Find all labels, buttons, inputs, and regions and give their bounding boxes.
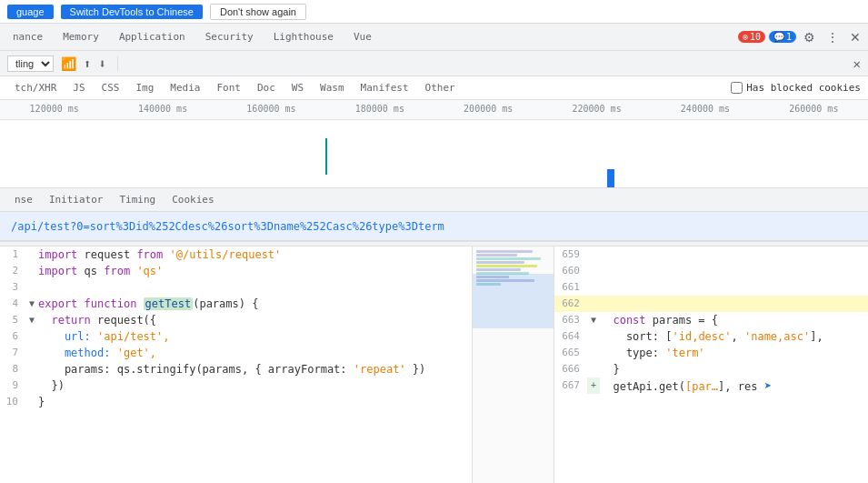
line-toggle-4[interactable]: ▼	[25, 296, 38, 312]
line-num-1: 1	[0, 247, 25, 263]
tab-performance[interactable]: nance	[4, 27, 52, 46]
subtabs: nse Initiator Timing Cookies	[0, 188, 868, 212]
subtab-timing[interactable]: Timing	[112, 192, 163, 207]
right-line-662: 662	[554, 296, 868, 312]
filter-manifest[interactable]: Manifest	[354, 80, 416, 96]
timeline-area	[0, 120, 868, 188]
message-badge: 💬 1	[769, 31, 796, 43]
right-toggle-663[interactable]: ▼	[587, 312, 600, 328]
tab-lighthouse[interactable]: Lighthouse	[264, 27, 343, 46]
filter-fetch-xhr[interactable]: tch/XHR	[7, 80, 64, 96]
line-num-6: 6	[0, 328, 25, 345]
wifi-icon: 📶	[61, 56, 76, 71]
toolbar-separator	[117, 56, 118, 71]
network-toolbar: tling 📶 ⬆ ⬇ ✕	[0, 51, 868, 76]
ruler-140000: 140000 ms	[108, 100, 216, 119]
filter-font[interactable]: Font	[209, 80, 248, 96]
message-count: 1	[786, 32, 792, 42]
code-line-4: 4 ▼ export function getTest(params) {	[0, 296, 472, 312]
right-content-667: getApi.get([par…], res ➤	[600, 377, 772, 395]
code-minimap	[473, 247, 554, 483]
error-icon: ⊗	[743, 32, 748, 42]
ruler-240000: 240000 ms	[651, 100, 759, 119]
line-content-10: }	[38, 394, 45, 410]
filter-media[interactable]: Media	[163, 80, 207, 96]
filter-other[interactable]: Other	[418, 80, 463, 96]
close-devtools-button[interactable]: ✕	[846, 28, 864, 46]
blocked-cookies-checkbox[interactable]	[731, 82, 743, 94]
right-content-664: sort: ['id,desc', 'name,asc'],	[600, 328, 823, 345]
code-line-10: 10 }	[0, 394, 472, 410]
line-num-8: 8	[0, 361, 25, 377]
error-badge: ⊗ 10	[738, 31, 765, 43]
devtools-tabs: nance Memory Application Security Lighth…	[0, 24, 868, 51]
right-linenum-664: 664	[554, 328, 587, 345]
timeline-bar-blue	[607, 169, 614, 187]
right-line-660: 660	[554, 263, 868, 279]
line-num-5: 5	[0, 312, 25, 328]
line-num-9: 9	[0, 377, 25, 394]
code-line-8: 8 params: qs.stringify(params, { arrayFo…	[0, 361, 472, 377]
switch-devtools-button[interactable]: Switch DevTools to Chinese	[61, 5, 203, 19]
line-num-2: 2	[0, 263, 25, 279]
subtab-initiator[interactable]: Initiator	[42, 192, 111, 207]
code-line-7: 7 method: 'get',	[0, 345, 472, 361]
code-editor: 1 import request from '@/utils/request' …	[0, 247, 868, 483]
right-code-lines: 659 660 661 662	[554, 247, 868, 395]
code-line-6: 6 url: 'api/test',	[0, 328, 472, 345]
lang-button[interactable]: guage	[7, 5, 54, 19]
url-text: /api/test?0=sort%3Did%252Cdesc%26sort%3D…	[11, 220, 444, 233]
right-content-666: }	[600, 361, 620, 377]
tab-security[interactable]: Security	[196, 27, 263, 46]
settings-button[interactable]: ⚙	[800, 28, 819, 46]
subtab-cookies[interactable]: Cookies	[165, 192, 221, 207]
tab-vue[interactable]: Vue	[344, 27, 381, 46]
code-line-9: 9 })	[0, 377, 472, 394]
line-content-2: import qs from 'qs'	[38, 263, 163, 279]
code-right-panel: 659 660 661 662	[554, 247, 868, 483]
filter-js[interactable]: JS	[65, 80, 92, 96]
panel-close-icon[interactable]: ✕	[853, 56, 861, 71]
filter-css[interactable]: CSS	[95, 80, 127, 96]
right-linenum-662: 662	[554, 296, 587, 312]
throttle-select[interactable]: tling	[7, 55, 54, 72]
right-linenum-666: 666	[554, 361, 587, 377]
line-content-8: params: qs.stringify(params, { arrayForm…	[38, 361, 425, 377]
right-toggle-667: +	[587, 377, 600, 394]
right-content-665: type: 'term'	[600, 345, 705, 361]
code-line-1: 1 import request from '@/utils/request'	[0, 247, 472, 263]
line-num-3: 3	[0, 279, 25, 296]
filter-ws[interactable]: WS	[284, 80, 311, 96]
ruler-120000: 120000 ms	[0, 100, 108, 119]
right-line-661: 661	[554, 279, 868, 296]
line-num-10: 10	[0, 394, 25, 410]
toolbar-right: ✕	[853, 56, 861, 71]
right-linenum-660: 660	[554, 263, 587, 279]
ruler-260000: 260000 ms	[760, 100, 868, 119]
line-toggle-5[interactable]: ▼	[25, 312, 38, 328]
dont-show-button[interactable]: Don't show again	[210, 4, 306, 20]
filter-tabs: tch/XHR JS CSS Img Media Font Doc WS Was…	[0, 76, 868, 100]
tab-application[interactable]: Application	[110, 27, 195, 46]
ruler-200000: 200000 ms	[434, 100, 543, 119]
right-line-664: 664 sort: ['id,desc', 'name,asc'],	[554, 328, 868, 345]
has-blocked-cookies: Has blocked cookies	[731, 82, 861, 94]
right-linenum-665: 665	[554, 345, 587, 361]
ruler-220000: 220000 ms	[543, 100, 651, 119]
filter-img[interactable]: Img	[128, 80, 161, 96]
right-line-663: 663 ▼ const params = {	[554, 312, 868, 328]
code-lines: 1 import request from '@/utils/request' …	[0, 247, 472, 410]
ruler-160000: 160000 ms	[217, 100, 325, 119]
filter-wasm[interactable]: Wasm	[313, 80, 352, 96]
ruler-180000: 180000 ms	[325, 100, 434, 119]
expand-arrow-icon[interactable]: ➤	[764, 378, 772, 393]
notification-bar: guage Switch DevTools to Chinese Don't s…	[0, 0, 868, 24]
filter-doc[interactable]: Doc	[250, 80, 283, 96]
message-icon: 💬	[773, 32, 784, 42]
download-icon: ⬇	[98, 56, 105, 71]
tab-memory[interactable]: Memory	[54, 27, 108, 46]
right-linenum-661: 661	[554, 279, 587, 296]
subtab-response[interactable]: nse	[7, 192, 40, 207]
more-button[interactable]: ⋮	[823, 28, 843, 46]
line-num-7: 7	[0, 345, 25, 361]
